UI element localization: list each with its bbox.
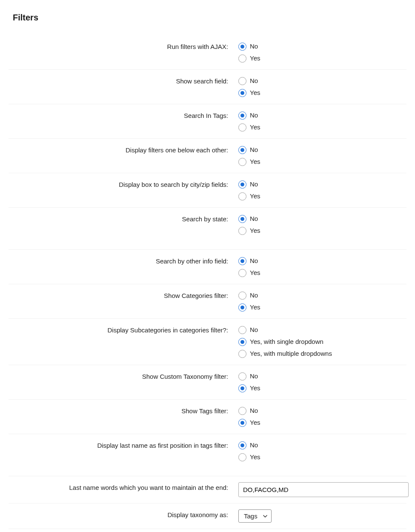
chevron-down-icon (263, 514, 268, 519)
field-label: Show Custom Taxonomy filter: (9, 371, 238, 382)
field-control: No Yes (238, 41, 406, 63)
field-control: No Yes (238, 440, 406, 462)
radio-icon[interactable] (238, 384, 246, 392)
option-label: No (250, 440, 258, 450)
radio-option-yes[interactable]: Yes (238, 302, 406, 312)
radio-icon[interactable] (238, 372, 246, 380)
radio-icon[interactable] (238, 419, 246, 427)
radio-icon[interactable] (238, 350, 246, 358)
radio-option-yes[interactable]: Yes (238, 268, 406, 278)
radio-option-yes[interactable]: Yes (238, 226, 406, 236)
field-control: Tags (238, 509, 406, 523)
option-label: Yes (250, 452, 260, 462)
option-label: Yes (250, 418, 260, 428)
field-control (238, 482, 409, 497)
radio-icon[interactable] (238, 158, 246, 166)
radio-icon[interactable] (238, 338, 246, 346)
option-label: Yes (250, 383, 260, 393)
radio-icon[interactable] (238, 43, 246, 51)
radio-option-multiple[interactable]: Yes, with multiple dropdowns (238, 349, 406, 359)
option-label: No (250, 145, 258, 155)
field-city-zip: Display box to search by city/zip fields… (9, 173, 406, 207)
field-label: Last name words which you want to mainta… (9, 482, 238, 493)
field-show-search: Show search field: No Yes (9, 69, 406, 104)
radio-icon[interactable] (238, 215, 246, 223)
field-label: Search In Tags: (9, 110, 238, 121)
taxonomy-select[interactable]: Tags (238, 509, 272, 523)
radio-icon[interactable] (238, 407, 246, 415)
radio-option-yes[interactable]: Yes (238, 418, 406, 428)
radio-option-no[interactable]: No (238, 256, 406, 266)
field-label: Search by state: (9, 214, 238, 224)
option-label: No (250, 214, 258, 224)
field-control: No Yes (238, 110, 406, 132)
radio-icon[interactable] (238, 146, 246, 154)
field-control: No Yes (238, 179, 406, 201)
section-title: Filters (13, 13, 406, 23)
field-control: No Yes (238, 76, 406, 98)
radio-icon[interactable] (238, 269, 246, 277)
radio-icon[interactable] (238, 112, 246, 120)
radio-option-no[interactable]: No (238, 371, 406, 381)
field-label: Show search field: (9, 76, 238, 86)
field-search-tags: Search In Tags: No Yes (9, 104, 406, 138)
radio-icon[interactable] (238, 257, 246, 265)
field-control: No Yes (238, 371, 406, 393)
radio-option-yes[interactable]: Yes (238, 88, 406, 98)
radio-option-yes[interactable]: Yes (238, 122, 406, 132)
field-ajax: Run filters with AJAX: No Yes (9, 35, 406, 69)
radio-option-no[interactable]: No (238, 179, 406, 189)
radio-option-no[interactable]: No (238, 406, 406, 416)
radio-option-no[interactable]: No (238, 440, 406, 450)
radio-option-yes[interactable]: Yes (238, 191, 406, 201)
radio-option-no[interactable]: No (238, 214, 406, 224)
radio-option-yes[interactable]: Yes (238, 452, 406, 462)
radio-icon[interactable] (238, 192, 246, 200)
radio-icon[interactable] (238, 453, 246, 461)
option-label: Yes (250, 302, 260, 312)
option-label: No (250, 371, 258, 381)
field-control: No Yes (238, 145, 406, 167)
radio-option-no[interactable]: No (238, 290, 406, 300)
radio-icon[interactable] (238, 180, 246, 189)
option-label: Yes (250, 122, 260, 132)
option-label: No (250, 110, 258, 120)
field-display-taxonomy-as: Display taxonomy as: Tags (9, 503, 406, 529)
field-select-style: Choose select style: Custom (9, 529, 406, 532)
radio-icon[interactable] (238, 227, 246, 235)
radio-icon[interactable] (238, 54, 246, 63)
field-show-tags-filter: Show Tags filter: No Yes (9, 399, 406, 434)
radio-icon[interactable] (238, 292, 246, 300)
radio-option-yes[interactable]: Yes (238, 53, 406, 63)
radio-icon[interactable] (238, 441, 246, 449)
radio-icon[interactable] (238, 326, 246, 334)
field-label: Display last name as first position in t… (9, 440, 238, 451)
field-label: Display Subcategories in categories filt… (9, 325, 238, 335)
option-label: No (250, 41, 258, 51)
field-label: Display taxonomy as: (9, 509, 238, 520)
radio-icon[interactable] (238, 77, 246, 85)
field-lastname-first: Display last name as first position in t… (9, 434, 406, 468)
field-control: No Yes (238, 290, 406, 312)
lastname-words-input[interactable] (238, 482, 409, 497)
option-label: Yes, with multiple dropdowns (250, 349, 332, 359)
radio-option-yes[interactable]: Yes (238, 157, 406, 167)
radio-option-no[interactable]: No (238, 110, 406, 120)
radio-option-single[interactable]: Yes, with single dropdown (238, 337, 406, 347)
option-label: No (250, 290, 258, 300)
radio-option-no[interactable]: No (238, 41, 406, 51)
field-control: No Yes, with single dropdown Yes, with m… (238, 325, 406, 359)
radio-option-no[interactable]: No (238, 145, 406, 155)
option-label: No (250, 179, 258, 189)
option-label: No (250, 76, 258, 86)
radio-icon[interactable] (238, 123, 246, 132)
radio-option-no[interactable]: No (238, 325, 406, 335)
option-label: Yes (250, 53, 260, 63)
field-label: Display box to search by city/zip fields… (9, 179, 238, 190)
radio-option-no[interactable]: No (238, 76, 406, 86)
radio-icon[interactable] (238, 303, 246, 312)
field-label: Show Tags filter: (9, 406, 238, 416)
radio-option-yes[interactable]: Yes (238, 383, 406, 393)
radio-icon[interactable] (238, 89, 246, 97)
field-label: Search by other info field: (9, 256, 238, 266)
